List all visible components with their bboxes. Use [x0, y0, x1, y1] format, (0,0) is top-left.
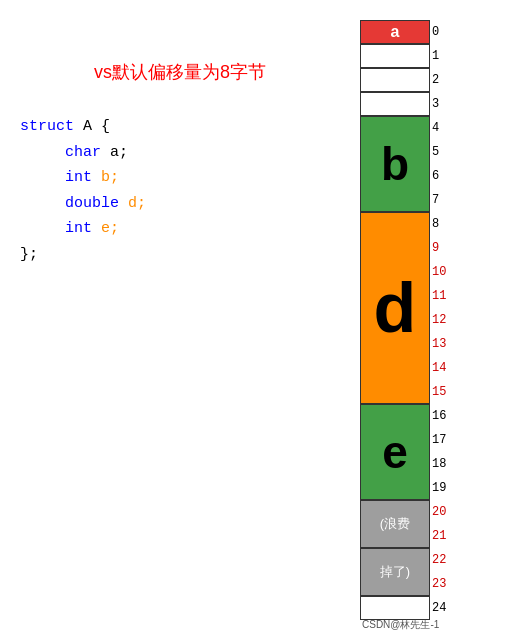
mem-label-23: 23: [430, 572, 468, 596]
mem-label-3: 3: [430, 92, 468, 116]
mem-row-24: 24: [360, 596, 490, 620]
code-indent: [20, 144, 56, 161]
code-line-6: };: [20, 242, 340, 268]
code-line-4: double d;: [20, 191, 340, 217]
main-container: vs默认偏移量为8字节 struct A { char a; int b; do…: [0, 0, 509, 634]
code-line-5: int e;: [20, 216, 340, 242]
mem-label-14: 14: [430, 356, 468, 380]
mem-label-12: 12: [430, 308, 468, 332]
mem-label-1: 1: [430, 44, 468, 68]
mem-label-20: 20: [430, 500, 468, 524]
code-indent4: [20, 220, 56, 237]
mem-cell-1: [360, 44, 430, 68]
mem-label-24: 24: [430, 596, 468, 620]
mem-label-10: 10: [430, 260, 468, 284]
code-type-int2: int: [65, 220, 92, 237]
watermark: CSDN@林先生-1: [362, 618, 439, 632]
code-var-e: e;: [101, 220, 119, 237]
mem-label-19: 19: [430, 476, 468, 500]
code-type-int: int: [65, 169, 92, 186]
mem-big-a: a: [360, 20, 430, 44]
right-panel: 0 1 2 3 4: [360, 0, 509, 634]
mem-label-0: 0: [430, 20, 468, 44]
mem-label-13: 13: [430, 332, 468, 356]
mem-big-d: d: [360, 212, 430, 404]
code-var-d: d;: [128, 195, 146, 212]
mem-big-waste2: 掉了): [360, 548, 430, 596]
left-panel: vs默认偏移量为8字节 struct A { char a; int b; do…: [0, 0, 360, 634]
code-line-2: char a;: [20, 140, 340, 166]
mem-label-11: 11: [430, 284, 468, 308]
mem-label-8: 8: [430, 212, 468, 236]
code-indent3: [20, 195, 56, 212]
code-indent2: [20, 169, 56, 186]
code-var-b: b;: [101, 169, 119, 186]
keyword-struct: struct: [20, 118, 74, 135]
code-struct-name: A {: [83, 118, 110, 135]
mem-row-2: 2: [360, 68, 490, 92]
mem-label-15: 15: [430, 380, 468, 404]
mem-label-4: 4: [430, 116, 468, 140]
mem-big-e: e: [360, 404, 430, 500]
mem-label-6: 6: [430, 164, 468, 188]
mem-cell-3: [360, 92, 430, 116]
mem-row-3: 3: [360, 92, 490, 116]
code-type-char: char: [65, 144, 101, 161]
code-closing: };: [20, 246, 38, 263]
mem-cell-2: [360, 68, 430, 92]
mem-big-b: b: [360, 116, 430, 212]
code-block: struct A { char a; int b; double d;: [20, 114, 340, 267]
mem-label-9: 9: [430, 236, 468, 260]
mem-label-7: 7: [430, 188, 468, 212]
mem-cell-24: [360, 596, 430, 620]
mem-label-18: 18: [430, 452, 468, 476]
title-text: vs默认偏移量为8字节: [20, 60, 340, 84]
code-type-double: double: [65, 195, 119, 212]
code-line-3: int b;: [20, 165, 340, 191]
mem-row-1: 1: [360, 44, 490, 68]
mem-label-2: 2: [430, 68, 468, 92]
mem-big-waste1: (浪费: [360, 500, 430, 548]
mem-label-5: 5: [430, 140, 468, 164]
mem-label-22: 22: [430, 548, 468, 572]
memory-diagram: 0 1 2 3 4: [360, 20, 490, 620]
mem-label-17: 17: [430, 428, 468, 452]
code-var-a: a;: [110, 144, 128, 161]
mem-label-21: 21: [430, 524, 468, 548]
code-line-1: struct A {: [20, 114, 340, 140]
mem-label-16: 16: [430, 404, 468, 428]
